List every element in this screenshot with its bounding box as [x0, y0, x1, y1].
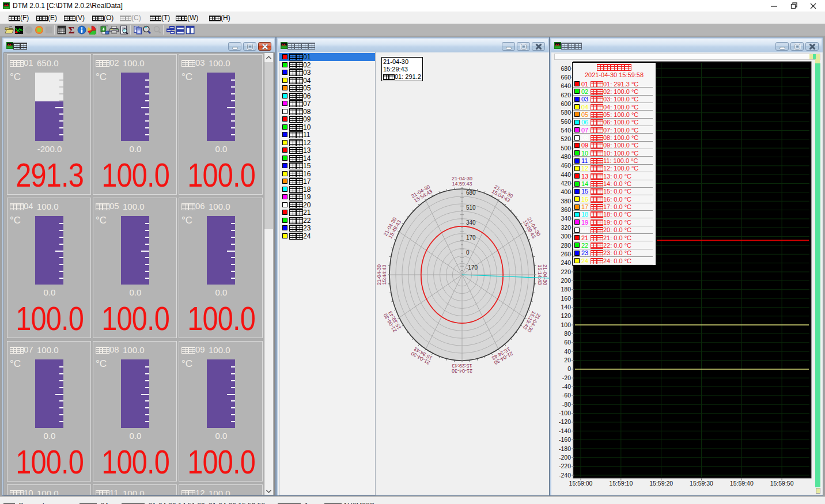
svg-text:-80: -80: [562, 401, 571, 408]
svg-text:0: 0: [567, 365, 571, 372]
svg-text:15:14:43: 15:14:43: [537, 264, 543, 285]
svg-text:580: 580: [561, 109, 571, 116]
svg-text:15:59:20: 15:59:20: [649, 480, 673, 487]
svg-text:400: 400: [561, 188, 571, 195]
svg-text:60: 60: [564, 339, 571, 346]
svg-text:15:59:10: 15:59:10: [609, 480, 633, 487]
svg-text:120: 120: [561, 312, 571, 319]
svg-text:-180: -180: [559, 445, 571, 452]
svg-text:680: 680: [561, 65, 571, 72]
svg-text:-40: -40: [562, 383, 571, 390]
svg-text:540: 540: [561, 127, 571, 134]
svg-text:160: 160: [561, 295, 571, 302]
svg-text:640: 640: [561, 82, 571, 89]
svg-text:15:59:30: 15:59:30: [690, 480, 713, 487]
svg-text:80: 80: [564, 330, 571, 337]
svg-text:140: 140: [561, 304, 571, 310]
svg-text:40: 40: [564, 348, 571, 355]
svg-text:0: 0: [466, 249, 470, 256]
svg-text:340: 340: [561, 215, 571, 222]
svg-text:340: 340: [466, 219, 476, 226]
svg-text:380: 380: [561, 198, 571, 204]
svg-text:440: 440: [561, 171, 571, 178]
svg-text:-140: -140: [559, 427, 571, 434]
svg-text:320: 320: [561, 224, 571, 231]
svg-text:20: 20: [564, 357, 571, 363]
svg-text:180: 180: [561, 286, 571, 293]
svg-text:-20: -20: [562, 374, 571, 381]
svg-text:Σ: Σ: [68, 25, 74, 35]
svg-text:15:44:43: 15:44:43: [381, 264, 387, 285]
svg-text:280: 280: [561, 242, 571, 249]
svg-text:200: 200: [561, 277, 571, 284]
svg-text:680: 680: [466, 190, 476, 196]
svg-text:-120: -120: [559, 418, 571, 425]
svg-text:460: 460: [561, 162, 571, 169]
svg-text:660: 660: [561, 74, 571, 81]
svg-text:-240: -240: [559, 472, 571, 479]
svg-text:520: 520: [561, 135, 571, 142]
svg-text:500: 500: [561, 145, 571, 151]
svg-text:240: 240: [561, 259, 571, 266]
svg-text:-220: -220: [559, 463, 571, 469]
svg-text:-60: -60: [562, 392, 571, 399]
svg-text:620: 620: [561, 92, 571, 98]
svg-text:-170: -170: [466, 264, 478, 271]
svg-text:420: 420: [561, 180, 571, 187]
svg-text:15:29:43: 15:29:43: [452, 363, 472, 369]
svg-text:170: 170: [466, 234, 476, 241]
svg-text:15:59:00: 15:59:00: [569, 480, 593, 487]
svg-text:100: 100: [561, 321, 571, 328]
svg-text:560: 560: [561, 118, 571, 125]
svg-text:480: 480: [561, 153, 571, 160]
svg-text:600: 600: [561, 100, 571, 107]
svg-text:15:59:50: 15:59:50: [770, 480, 794, 487]
svg-text:-200: -200: [559, 454, 571, 461]
svg-text:14:59:43: 14:59:43: [452, 181, 472, 187]
svg-text:-160: -160: [559, 436, 571, 443]
svg-text:-100: -100: [559, 410, 571, 416]
svg-text:15:59:40: 15:59:40: [730, 480, 754, 487]
svg-text:300: 300: [561, 233, 571, 240]
svg-text:510: 510: [466, 204, 476, 211]
svg-text:260: 260: [561, 251, 571, 257]
svg-text:360: 360: [561, 206, 571, 213]
svg-text:220: 220: [561, 268, 571, 275]
